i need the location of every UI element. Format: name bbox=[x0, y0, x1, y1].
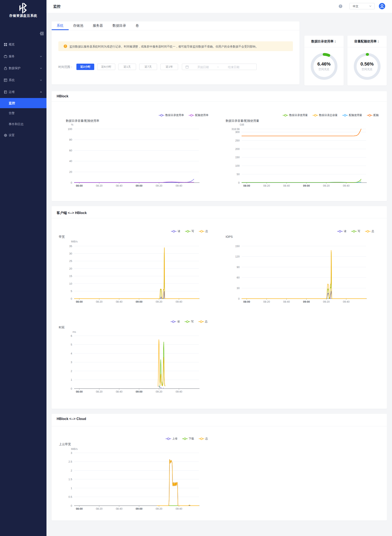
gauge-card-directory-usage: 数据目录使用率：6.46%空间充足 bbox=[304, 36, 344, 85]
sidebar-item-label: 监控 bbox=[9, 101, 15, 105]
section-title: HBlock bbox=[57, 94, 68, 98]
chevron-down-icon bbox=[40, 67, 42, 69]
page-title: 监控 bbox=[53, 4, 61, 9]
user-icon bbox=[379, 3, 385, 9]
chevron-up-icon bbox=[40, 91, 42, 93]
sidebar-item-system[interactable]: 系统 bbox=[0, 74, 47, 86]
chevron-down-icon bbox=[40, 79, 42, 81]
sidebar-item-alert[interactable]: 告警 bbox=[0, 108, 47, 118]
gear-icon bbox=[4, 134, 7, 137]
language-select[interactable]: 中文 bbox=[349, 3, 375, 9]
time-button-近6小时[interactable]: 近6小时 bbox=[97, 64, 115, 70]
section-title: 客户端 <--> HBlock bbox=[57, 211, 87, 215]
filters-card: 系统存储池服务器数据目录卷 ! 监控数据以服务器系统时间为准进行记录。时间被调整… bbox=[51, 21, 299, 84]
app-title: 存储资源盘活系统 bbox=[0, 14, 47, 18]
section-divider bbox=[51, 426, 387, 426]
end-date-placeholder[interactable]: 结束日期 bbox=[228, 65, 239, 69]
sidebar-item-events[interactable]: 事件和日志 bbox=[0, 118, 47, 130]
tab-bar: 系统存储池服务器数据目录卷 bbox=[57, 21, 139, 30]
sidebar-item-ops[interactable]: 运维 bbox=[0, 86, 47, 98]
date-separator: ~ bbox=[217, 65, 219, 69]
gauge-value: 6.46% bbox=[317, 61, 331, 67]
time-button-近1天[interactable]: 近1天 bbox=[118, 64, 136, 70]
collapse-sidebar-icon[interactable] bbox=[39, 31, 44, 36]
box-icon bbox=[4, 55, 7, 58]
time-button-近7天[interactable]: 近7天 bbox=[139, 64, 157, 70]
section-divider bbox=[51, 218, 387, 218]
sidebar-item-label: 事件和日志 bbox=[9, 122, 23, 126]
tab-卷[interactable]: 卷 bbox=[136, 23, 139, 28]
gauge-value: 0.56% bbox=[360, 61, 373, 67]
sidebar-item-label: 运维 bbox=[9, 90, 15, 94]
gauge-status: 空间充足 bbox=[362, 67, 373, 71]
app-logo-icon bbox=[17, 1, 29, 14]
sidebar: 存储资源盘活系统 概览服务数据保护系统运维监控告警事件和日志设置 bbox=[0, 0, 47, 536]
tab-存储池[interactable]: 存储池 bbox=[73, 23, 83, 28]
warning-icon: ! bbox=[64, 45, 67, 48]
grid-icon bbox=[4, 43, 7, 46]
calendar-icon bbox=[186, 65, 189, 69]
chevron-down-icon bbox=[369, 5, 371, 7]
table-icon bbox=[4, 79, 7, 82]
avatar[interactable] bbox=[379, 3, 385, 9]
section-title: HBlock <--> Cloud bbox=[57, 417, 86, 421]
sidebar-item-service[interactable]: 服务 bbox=[0, 51, 47, 62]
lock-icon bbox=[4, 67, 7, 70]
section-divider bbox=[51, 101, 387, 102]
date-range-input[interactable]: 开始日期 ~ 结束日期 bbox=[182, 64, 257, 70]
warning-text: 监控数据以服务器系统时间为准进行记录。时间被调整，或集群中服务器时间不统一，都可… bbox=[69, 45, 258, 49]
time-button-近1年[interactable]: 近1年 bbox=[160, 64, 178, 70]
section-card-hblock-cloud: HBlock <--> Cloud bbox=[51, 414, 387, 521]
sidebar-item-label: 系统 bbox=[9, 78, 15, 82]
header: 监控 ! 中文 bbox=[47, 0, 392, 13]
gauge-donut: 6.46%空间充足 bbox=[309, 51, 339, 81]
sidebar-item-label: 设置 bbox=[9, 134, 15, 137]
sidebar-item-label: 告警 bbox=[9, 111, 15, 115]
info-icon[interactable]: ! bbox=[339, 5, 342, 8]
time-button-近2小时[interactable]: 近2小时 bbox=[76, 64, 94, 70]
gauge-title: 数据目录使用率： bbox=[304, 39, 344, 43]
gauge-donut: 0.56%空间充足 bbox=[352, 51, 382, 81]
sidebar-item-label: 服务 bbox=[9, 55, 15, 58]
start-date-placeholder[interactable]: 开始日期 bbox=[197, 65, 209, 69]
sidebar-item-label: 概览 bbox=[9, 43, 15, 46]
time-range-row: 时间范围： 开始日期 ~ 结束日期 近2小时近6小时近1天近7天近1年 bbox=[51, 64, 299, 70]
chevron-down-icon bbox=[40, 55, 42, 57]
language-select-value: 中文 bbox=[353, 5, 359, 8]
sidebar-item-settings[interactable]: 设置 bbox=[0, 130, 47, 140]
sidebar-item-monitor[interactable]: 监控 bbox=[0, 98, 47, 108]
sidebar-item-protection[interactable]: 数据保护 bbox=[0, 62, 47, 74]
tab-数据目录[interactable]: 数据目录 bbox=[112, 23, 126, 28]
sidebar-item-label: 数据保护 bbox=[9, 66, 21, 70]
sidebar-menu: 概览服务数据保护系统运维监控告警事件和日志设置 bbox=[0, 39, 47, 140]
section-card-hblock: HBlock bbox=[51, 91, 387, 201]
gauge-status: 空间充足 bbox=[319, 67, 330, 71]
time-range-label: 时间范围： bbox=[58, 65, 73, 69]
warning-banner: ! 监控数据以服务器系统时间为准进行记录。时间被调整，或集群中服务器时间不统一，… bbox=[58, 41, 293, 51]
tab-系统[interactable]: 系统 bbox=[57, 23, 63, 28]
tab-bar-border bbox=[51, 30, 299, 30]
section-card-client-hblock: 客户端 <--> HBlock bbox=[51, 206, 387, 409]
gauge-card-quota-usage: 容量配额使用率：0.56%空间充足 bbox=[347, 36, 387, 85]
tab-服务器[interactable]: 服务器 bbox=[93, 23, 103, 28]
journal-icon bbox=[4, 90, 7, 94]
sidebar-item-overview[interactable]: 概览 bbox=[0, 39, 47, 51]
gauge-title: 容量配额使用率： bbox=[347, 39, 387, 43]
